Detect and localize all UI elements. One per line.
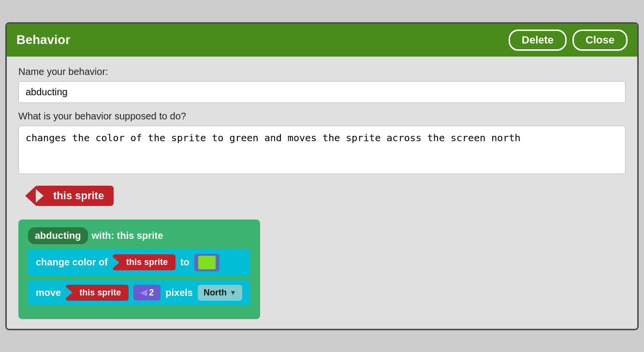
- number-tag[interactable]: ◀ 2: [133, 285, 161, 300]
- pixels-text: pixels: [165, 287, 193, 298]
- sprite-tag-area: this sprite: [18, 186, 626, 206]
- number-arrow-left-icon: ◀: [140, 287, 147, 298]
- description-label: What is your behavior supposed to do?: [18, 111, 626, 122]
- blocks-area: abducting with: this sprite change color…: [18, 220, 260, 319]
- dialog-header: Behavior Delete Close: [7, 24, 637, 57]
- behavior-name-input[interactable]: [18, 81, 626, 103]
- block-name-tag: abducting: [28, 227, 88, 244]
- dialog-body: Name your behavior: What is your behavio…: [7, 57, 637, 329]
- header-buttons: Delete Close: [509, 29, 628, 51]
- color-swatch-container[interactable]: [194, 254, 220, 271]
- change-color-text: change color of: [36, 257, 108, 268]
- change-color-block: change color of this sprite to: [28, 249, 250, 276]
- direction-dropdown-icon: ▼: [230, 289, 236, 296]
- sprite-tag-block2[interactable]: this sprite: [66, 285, 129, 301]
- color-swatch[interactable]: [198, 256, 216, 269]
- this-sprite-tag[interactable]: this sprite: [36, 186, 114, 206]
- block-header-with: with: this sprite: [92, 230, 163, 241]
- direction-tag[interactable]: North ▼: [198, 285, 242, 301]
- name-label: Name your behavior:: [18, 66, 626, 77]
- block-header: abducting with: this sprite: [28, 227, 250, 244]
- move-block: move this sprite ◀ 2 pixels North ▼: [28, 280, 250, 306]
- move-text: move: [36, 287, 61, 298]
- dialog-title: Behavior: [16, 32, 70, 47]
- behavior-description-textarea[interactable]: [18, 126, 626, 174]
- close-button[interactable]: Close: [572, 29, 628, 51]
- sprite-tag-block1[interactable]: this sprite: [113, 254, 176, 270]
- delete-button[interactable]: Delete: [509, 29, 567, 51]
- behavior-dialog: Behavior Delete Close Name your behavior…: [5, 22, 639, 330]
- to-text: to: [180, 257, 190, 268]
